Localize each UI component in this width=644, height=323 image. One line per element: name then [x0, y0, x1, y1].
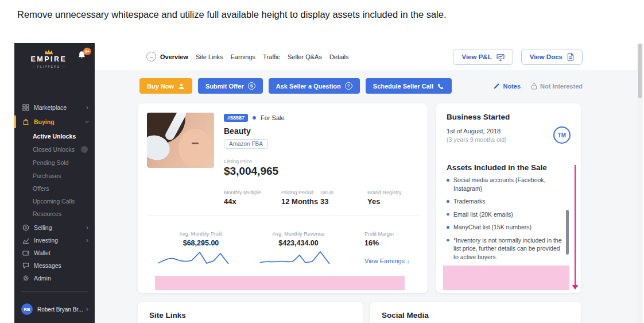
pencil-icon	[493, 83, 500, 90]
annotation-arrow	[575, 165, 576, 288]
gear-icon	[22, 275, 29, 282]
chat-icon	[22, 262, 29, 269]
buy-now-button[interactable]: Buy Now	[139, 78, 192, 94]
listing-photo	[147, 113, 214, 168]
stat-skus: SKUs 33	[320, 190, 333, 206]
tab-traffic[interactable]: Traffic	[263, 53, 280, 60]
for-sale-dot	[253, 116, 256, 120]
sidebar-item-active-unlocks[interactable]: Active Unlocks	[14, 130, 95, 143]
sidebar-item-closed-unlocks[interactable]: Closed Unlocks	[14, 143, 95, 156]
sidebar-item-purchases[interactable]: Purchases	[14, 170, 95, 182]
browser-scrollbar[interactable]	[637, 43, 643, 323]
chevron-right-icon: ›	[86, 306, 88, 313]
sidebar-divider	[21, 291, 88, 292]
metric-avg-monthly-revenue: Avg. Monthly Revenue $423,434.00	[253, 231, 344, 247]
not-interested-label: Not Interested	[540, 83, 583, 90]
asset-item: Trademarks	[447, 197, 562, 206]
assets-list: Social media accounts (Facebook, Instagr…	[447, 176, 562, 261]
down-arrow-icon: ↓	[406, 257, 410, 264]
sidebar-item-resources[interactable]: Resources	[14, 207, 95, 220]
sidebar-label-active-unlocks: Active Unlocks	[33, 133, 76, 140]
back-button[interactable]: ←	[146, 52, 156, 61]
user-name: Robert Bryan Br...	[37, 306, 83, 313]
view-docs-button[interactable]: View Docs	[521, 49, 583, 65]
tab-earnings[interactable]: Earnings	[231, 53, 255, 60]
sidebar-label-purchases: Purchases	[33, 172, 61, 179]
sidebar-label-buying: Buying	[34, 118, 55, 125]
instruction-annotation: Remove unnecessary whitespace and utiliz…	[17, 9, 447, 20]
tab-site-links[interactable]: Site Links	[196, 53, 223, 60]
sidebar-item-offers[interactable]: Offers	[14, 182, 95, 195]
sidebar-label-admin: Admin	[34, 275, 51, 282]
listing-id-badge: #58587	[224, 114, 248, 122]
schedule-call-label: Schedule Seller Call	[373, 83, 433, 90]
sidebar-item-marketplace[interactable]: Marketplace ›	[14, 101, 95, 114]
notifications-bell[interactable]: 9+	[77, 51, 87, 61]
pink-highlight-right	[443, 266, 569, 290]
divider	[147, 216, 418, 216]
sidebar-label-upcoming-calls: Upcoming Calls	[33, 198, 75, 205]
person-unlock-icon	[178, 83, 185, 90]
crown-icon	[44, 49, 53, 55]
revenue-sparkline	[258, 248, 339, 267]
sidebar-item-pending-sold[interactable]: Pending Sold	[14, 156, 95, 169]
assets-included-title: Assets Included in the Sale	[447, 163, 547, 172]
ask-seller-question-button[interactable]: Ask Seller a Question ?	[269, 78, 360, 94]
chevron-down-icon: ›	[84, 121, 91, 123]
sidebar-item-admin[interactable]: Admin	[14, 272, 95, 284]
listing-status: For Sale	[261, 114, 285, 121]
main-content: ← Overview Site Links Earnings Traffic S…	[95, 43, 637, 323]
asset-item: ManyChat list (15K numbers)	[447, 223, 562, 232]
closed-unlocks-badge	[81, 146, 88, 153]
notes-button[interactable]: Notes	[493, 83, 521, 90]
not-interested-button[interactable]: Not Interested	[531, 83, 583, 90]
sidebar-item-buying[interactable]: Buying ›	[14, 116, 95, 128]
sidebar-item-upcoming-calls[interactable]: Upcoming Calls	[14, 195, 95, 207]
notification-badge: 9+	[83, 48, 91, 55]
scrollbar-thumb[interactable]	[638, 44, 642, 98]
sidebar-label-investing: Investing	[34, 237, 58, 244]
metric-avg-monthly-profit: Avg. Monthly Profit $68,295.00	[155, 231, 247, 247]
monitor-icon	[496, 53, 505, 61]
trademark-badge: TM	[553, 126, 571, 144]
lock-icon	[531, 83, 537, 90]
sidebar-item-investing[interactable]: Investing ›	[14, 234, 95, 247]
schedule-seller-call-button[interactable]: Schedule Seller Call	[366, 78, 452, 94]
sidebar-item-messages[interactable]: Messages	[14, 259, 95, 272]
view-pl-button[interactable]: View P&L	[453, 49, 513, 65]
metric-profit-margin: Profit Margin 16%	[364, 231, 422, 247]
listing-tabs: Overview Site Links Earnings Traffic Sel…	[160, 43, 349, 70]
business-age: (3 years 9 months old)	[447, 136, 506, 143]
sidebar: EMPIRE — FLIPPERS — 9+ Marketplace › Buy…	[14, 43, 95, 323]
stat-monthly-multiple: Monthly Multiple 44x	[224, 190, 261, 206]
view-earnings-link[interactable]: View Earnings ↓	[364, 257, 410, 264]
view-docs-label: View Docs	[530, 53, 562, 60]
sidebar-label-closed-unlocks: Closed Unlocks	[33, 146, 75, 153]
listing-header: ← Overview Site Links Earnings Traffic S…	[95, 43, 637, 70]
assets-scrollbar-thumb[interactable]	[566, 210, 569, 255]
pink-highlight-left	[155, 276, 405, 290]
sidebar-item-wallet[interactable]: Wallet	[14, 247, 95, 259]
business-started-title: Business Started	[447, 113, 510, 121]
sidebar-label-wallet: Wallet	[34, 249, 51, 256]
grid-icon	[22, 104, 29, 111]
business-info-card: Business Started 1st of August, 2018 (3 …	[436, 103, 581, 293]
chart-icon	[22, 237, 29, 244]
sidebar-item-selling[interactable]: $ Selling ›	[14, 221, 95, 234]
stat-brand-registry: Brand Registry Yes	[367, 190, 402, 206]
tab-details[interactable]: Details	[329, 53, 349, 60]
sidebar-label-messages: Messages	[34, 262, 61, 269]
wallet-icon	[22, 249, 29, 256]
profit-sparkline	[156, 248, 236, 267]
business-started-date: 1st of August, 2018	[447, 128, 501, 134]
tab-overview[interactable]: Overview	[160, 53, 188, 60]
listing-title: Beauty	[224, 126, 251, 136]
phone-icon	[437, 83, 444, 90]
chevron-right-icon: ›	[86, 237, 88, 244]
sidebar-user-menu[interactable]: RB Robert Bryan Br... ›	[14, 302, 95, 317]
submit-offer-button[interactable]: Submit Offer $	[198, 78, 263, 94]
asset-item: Email list (20K emails)	[447, 210, 562, 219]
tab-seller-qas[interactable]: Seller Q&As	[288, 53, 322, 60]
asset-item: *Inventory is not normally included in t…	[447, 236, 562, 262]
category-tag: Amazon FBA	[224, 139, 268, 149]
